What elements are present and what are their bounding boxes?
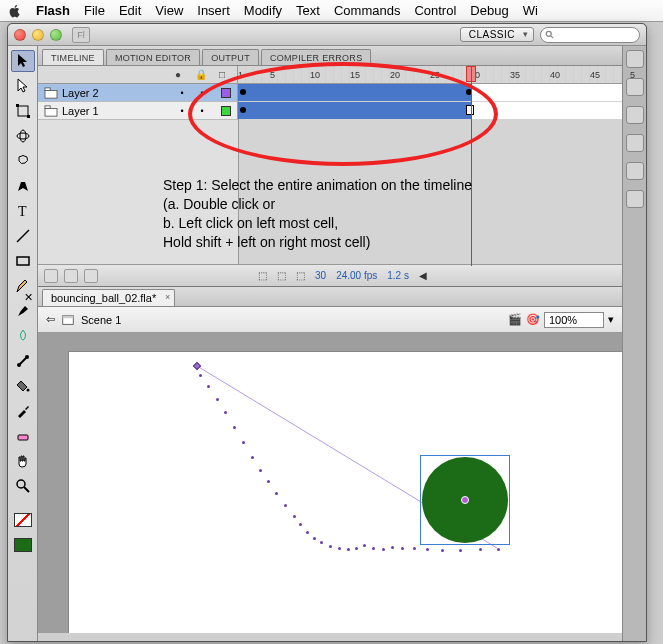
- 3d-rotation-tool[interactable]: [11, 125, 35, 147]
- brush-tool[interactable]: [11, 300, 35, 322]
- edit-symbols-button[interactable]: 🎯: [526, 313, 540, 326]
- collapse-panel-icon[interactable]: ✕: [24, 291, 36, 303]
- frame-cells[interactable]: [238, 84, 622, 101]
- search-input[interactable]: [540, 27, 640, 43]
- bone-tool[interactable]: [11, 350, 35, 372]
- workspace-dropdown[interactable]: CLASSIC: [460, 27, 534, 42]
- layer-row[interactable]: Layer 2 • •: [38, 84, 622, 102]
- motion-path-dot: [233, 426, 236, 429]
- layer-row[interactable]: Layer 1 • •: [38, 102, 622, 120]
- onion-skin-outlines-button[interactable]: ⬚: [277, 270, 286, 281]
- layer-outline-swatch[interactable]: [221, 88, 231, 98]
- timeline-scroll-left[interactable]: ◀: [419, 270, 427, 281]
- layer-lock-toggle[interactable]: •: [197, 88, 207, 98]
- stage[interactable]: [68, 351, 622, 633]
- menu-control[interactable]: Control: [414, 3, 456, 18]
- minimize-window-button[interactable]: [32, 29, 44, 41]
- menu-insert[interactable]: Insert: [197, 3, 230, 18]
- transform-panel-icon[interactable]: [626, 162, 644, 180]
- motion-path-dot: [251, 456, 254, 459]
- layer-info[interactable]: Layer 1 • •: [38, 102, 238, 119]
- lasso-tool[interactable]: [11, 150, 35, 172]
- onion-skin-button[interactable]: ⬚: [258, 270, 267, 281]
- subselection-tool[interactable]: [11, 75, 35, 97]
- paint-bucket-tool[interactable]: [11, 375, 35, 397]
- menu-edit[interactable]: Edit: [119, 3, 141, 18]
- outline-column-icon[interactable]: □: [217, 69, 227, 80]
- tab-output[interactable]: OUTPUT: [202, 49, 259, 65]
- stroke-color-swatch[interactable]: [11, 509, 35, 531]
- motion-path-dot: [320, 541, 323, 544]
- align-panel-icon[interactable]: [626, 106, 644, 124]
- scene-name[interactable]: Scene 1: [81, 314, 121, 326]
- svg-rect-14: [18, 435, 28, 440]
- frame-rate[interactable]: 24.00 fps: [336, 270, 377, 281]
- motion-path-dot: [259, 469, 262, 472]
- layer-icon: [44, 87, 58, 99]
- svg-text:T: T: [18, 204, 27, 219]
- current-frame[interactable]: 30: [315, 270, 326, 281]
- new-folder-button[interactable]: [64, 269, 78, 283]
- menu-view[interactable]: View: [155, 3, 183, 18]
- zoom-input[interactable]: 100%: [544, 312, 604, 328]
- deco-tool[interactable]: [11, 325, 35, 347]
- layer-outline-swatch[interactable]: [221, 106, 231, 116]
- edit-scene-button[interactable]: 🎬: [508, 313, 522, 326]
- text-tool[interactable]: T: [11, 200, 35, 222]
- line-tool[interactable]: [11, 225, 35, 247]
- tab-motion-editor[interactable]: MOTION EDITOR: [106, 49, 200, 65]
- search-icon: [545, 30, 555, 40]
- zoom-dropdown-icon[interactable]: ▾: [608, 313, 614, 326]
- menu-debug[interactable]: Debug: [470, 3, 508, 18]
- swatches-panel-icon[interactable]: [626, 78, 644, 96]
- back-button[interactable]: ⇦: [46, 313, 55, 326]
- zoom-window-button[interactable]: [50, 29, 62, 41]
- tab-timeline[interactable]: TIMELINE: [42, 49, 104, 65]
- delete-layer-button[interactable]: [84, 269, 98, 283]
- selection-tool[interactable]: [11, 50, 35, 72]
- elapsed-time[interactable]: 1.2 s: [387, 270, 409, 281]
- motion-path-dot: [299, 523, 302, 526]
- document-tab[interactable]: bouncing_ball_02.fla* ×: [42, 289, 175, 306]
- new-layer-button[interactable]: [44, 269, 58, 283]
- menu-commands[interactable]: Commands: [334, 3, 400, 18]
- rectangle-tool[interactable]: [11, 250, 35, 272]
- close-document-icon[interactable]: ×: [165, 292, 170, 302]
- color-panel-icon[interactable]: [626, 50, 644, 68]
- path-anchor[interactable]: [193, 362, 201, 370]
- visibility-column-icon[interactable]: ●: [173, 69, 183, 80]
- info-panel-icon[interactable]: [626, 134, 644, 152]
- svg-line-16: [24, 487, 29, 492]
- free-transform-tool[interactable]: [11, 100, 35, 122]
- layer-visibility-toggle[interactable]: •: [177, 106, 187, 116]
- library-panel-icon[interactable]: [626, 190, 644, 208]
- menu-text[interactable]: Text: [296, 3, 320, 18]
- stage-area: [38, 333, 622, 633]
- menu-window-truncated[interactable]: Wi: [523, 3, 538, 18]
- ruler-tick: 5: [270, 70, 275, 80]
- frame-ruler[interactable]: 1510152025303540455: [238, 66, 622, 83]
- menubar-app-name[interactable]: Flash: [36, 3, 70, 18]
- motion-path-dot: [382, 548, 385, 551]
- flash-window: Fl CLASSIC T: [7, 23, 647, 642]
- edit-multiple-frames-button[interactable]: ⬚: [296, 270, 305, 281]
- close-window-button[interactable]: [14, 29, 26, 41]
- hand-tool[interactable]: [11, 450, 35, 472]
- ruler-tick: 40: [550, 70, 560, 80]
- eraser-tool[interactable]: [11, 425, 35, 447]
- zoom-tool[interactable]: [11, 475, 35, 497]
- menu-modify[interactable]: Modify: [244, 3, 282, 18]
- lock-column-icon[interactable]: 🔒: [195, 69, 205, 80]
- motion-path-dot: [372, 547, 375, 550]
- timeline-footer: ⬚ ⬚ ⬚ 30 24.00 fps 1.2 s ◀: [38, 264, 622, 286]
- frame-cells[interactable]: [238, 102, 622, 119]
- menu-file[interactable]: File: [84, 3, 105, 18]
- svg-point-5: [17, 133, 29, 139]
- fill-color-swatch[interactable]: [11, 534, 35, 556]
- layer-info[interactable]: Layer 2 • •: [38, 84, 238, 101]
- pen-tool[interactable]: [11, 175, 35, 197]
- tab-compiler-errors[interactable]: COMPILER ERRORS: [261, 49, 372, 65]
- eyedropper-tool[interactable]: [11, 400, 35, 422]
- layer-visibility-toggle[interactable]: •: [177, 88, 187, 98]
- layer-lock-toggle[interactable]: •: [197, 106, 207, 116]
